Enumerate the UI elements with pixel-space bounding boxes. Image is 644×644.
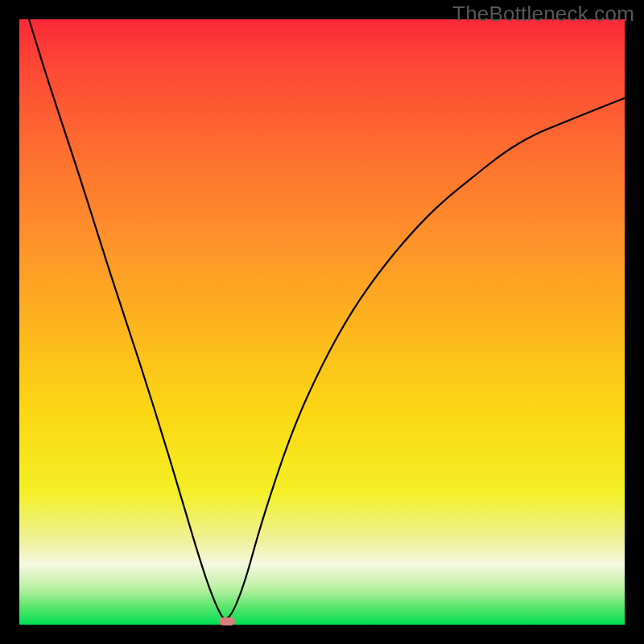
optimal-point-marker [219, 617, 235, 625]
chart-container: TheBottleneck.com [0, 0, 644, 644]
watermark-text: TheBottleneck.com [452, 2, 634, 27]
bottleneck-curve [19, 19, 625, 625]
